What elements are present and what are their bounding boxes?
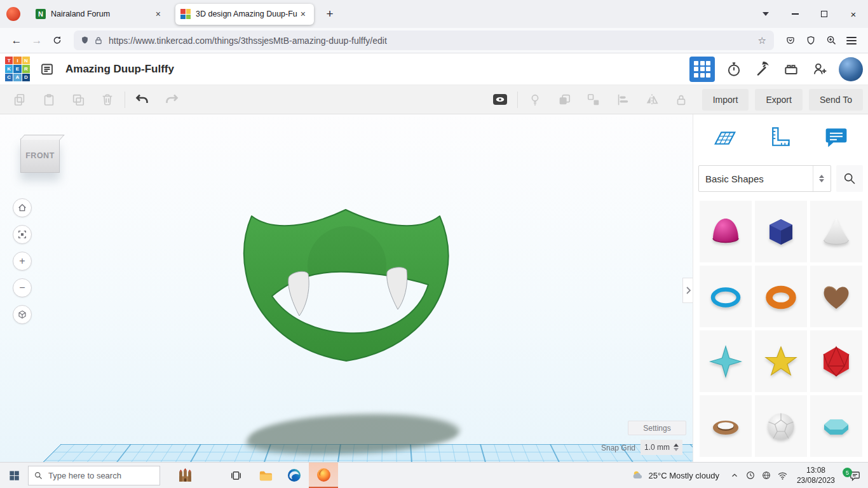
chevron-right-icon (686, 287, 691, 294)
paste-icon[interactable] (34, 88, 64, 111)
search-icon (34, 471, 43, 480)
avatar[interactable] (839, 57, 863, 81)
workplane-icon[interactable] (709, 122, 742, 152)
stopwatch-icon[interactable] (724, 60, 743, 79)
ruler-icon[interactable] (764, 122, 797, 152)
tinkercad-header: TIN KER CAD Amazing Duup-Fulffy (0, 53, 868, 85)
snap-grid-dropdown[interactable]: 1.0 mm (641, 440, 682, 455)
weather-widget[interactable]: 25°C Mostly cloudy (624, 463, 727, 488)
design-menu-icon[interactable] (37, 60, 57, 79)
mirror-icon[interactable] (637, 88, 667, 111)
align-icon[interactable] (608, 88, 637, 111)
browser-navbar: ← → https://www.tinkercad.com/things/3th… (0, 28, 868, 53)
perspective-button[interactable] (13, 305, 32, 324)
pocket-icon[interactable] (780, 31, 801, 50)
shape-tile-heart[interactable] (810, 266, 862, 327)
search-shapes-button[interactable] (836, 165, 863, 192)
shape-tile-torus-thin[interactable] (700, 266, 752, 327)
start-button[interactable] (0, 463, 28, 488)
design-object-mask[interactable] (240, 207, 451, 365)
pickaxe-icon[interactable] (753, 60, 772, 79)
tinkercad-favicon (180, 9, 191, 19)
home-view-button[interactable] (13, 198, 32, 217)
date-text: 23/08/2023 (797, 475, 835, 485)
file-explorer-icon[interactable] (250, 463, 280, 488)
windows-taskbar: 25°C Mostly cloudy 13:08 23/08/2023 5 (0, 462, 868, 488)
redo-icon[interactable] (157, 88, 186, 111)
duplicate-icon[interactable] (64, 88, 93, 111)
taskbar-clock[interactable]: 13:08 23/08/2023 (790, 465, 841, 485)
lightbulb-icon[interactable] (520, 88, 550, 111)
view-cube[interactable]: FRONT (20, 139, 60, 173)
delete-icon[interactable] (93, 88, 122, 111)
spinner-arrows-icon (674, 444, 679, 451)
shape-tile-dodecahedron[interactable] (755, 395, 807, 457)
castle-app-icon[interactable] (170, 463, 200, 488)
dashboard-tiles-button[interactable] (689, 57, 715, 82)
settings-button[interactable]: Settings (628, 421, 686, 435)
minimize-button[interactable] (780, 0, 810, 28)
zoom-in-button[interactable]: + (13, 252, 32, 271)
copy-icon[interactable] (5, 88, 34, 111)
zoom-out-button[interactable]: − (13, 278, 32, 297)
shape-category-select[interactable]: Basic Shapes (698, 165, 831, 192)
add-person-icon[interactable] (810, 60, 829, 79)
maximize-button[interactable] (810, 0, 839, 28)
edge-icon[interactable] (280, 463, 309, 488)
menu-icon[interactable] (841, 31, 862, 50)
action-center-button[interactable]: 5 (841, 463, 868, 488)
reload-button[interactable] (47, 31, 67, 50)
tray-clock-icon[interactable] (743, 463, 759, 488)
search-input[interactable] (48, 471, 154, 480)
new-tab-button[interactable]: + (320, 4, 339, 24)
shape-tile-polygon-prism[interactable] (755, 201, 807, 262)
bookmark-star-icon[interactable]: ☆ (757, 35, 768, 46)
forward-button[interactable]: → (27, 31, 47, 50)
notification-badge: 5 (843, 468, 852, 477)
tray-wifi-icon[interactable] (775, 463, 790, 488)
task-view-icon[interactable] (221, 463, 250, 488)
shape-tile-icosahedron[interactable] (810, 330, 862, 392)
notes-icon[interactable] (820, 122, 853, 152)
shape-tile-paraboloid[interactable] (700, 201, 752, 262)
tab-title: Nairaland Forum (51, 10, 153, 18)
tray-network-icon[interactable] (759, 463, 775, 488)
lock-tool-icon[interactable] (667, 88, 696, 111)
undo-icon[interactable] (128, 88, 157, 111)
back-button[interactable]: ← (6, 31, 27, 50)
weather-icon (632, 469, 644, 482)
tinkercad-toolbar: Import Export Send To (0, 85, 868, 114)
shape-tile-star[interactable] (755, 330, 807, 392)
fit-view-button[interactable] (13, 225, 32, 244)
browser-tab-bar: N Nairaland Forum × 3D design Amazing Du… (0, 0, 868, 28)
export-button[interactable]: Export (755, 89, 802, 111)
shape-tile-star-4[interactable] (700, 330, 752, 392)
shape-tile-torus[interactable] (755, 266, 807, 327)
tab-close-icon[interactable]: × (153, 8, 164, 20)
ungroup-icon[interactable] (579, 88, 608, 111)
chevron-up-icon[interactable] (727, 463, 743, 488)
firefox-icon[interactable] (309, 463, 338, 488)
shape-tile-ring[interactable] (700, 395, 752, 457)
shape-tile-cone[interactable] (810, 201, 862, 262)
zoom-icon[interactable] (821, 31, 841, 50)
tinkercad-logo[interactable]: TIN KER CAD (5, 57, 30, 81)
tab-tinkercad[interactable]: 3D design Amazing Duup-Fulff × (175, 4, 314, 25)
shape-tile-hexagon[interactable] (810, 395, 862, 457)
send-to-button[interactable]: Send To (809, 89, 863, 111)
tab-close-icon[interactable]: × (297, 8, 309, 20)
tab-nairaland[interactable]: N Nairaland Forum × (31, 4, 169, 25)
list-all-tabs-chevron[interactable] (751, 0, 780, 28)
inspect-icon[interactable] (485, 88, 515, 111)
import-button[interactable]: Import (702, 89, 749, 111)
viewport[interactable]: FRONT + − Settings Snap Grid 1.0 mm (0, 114, 693, 462)
taskbar-search[interactable] (28, 466, 160, 485)
fang-right (387, 268, 407, 309)
url-bar[interactable]: https://www.tinkercad.com/things/3thssje… (74, 30, 774, 50)
privacy-shield-icon[interactable] (801, 31, 821, 50)
group-icon[interactable] (550, 88, 579, 111)
brick-icon[interactable] (782, 60, 801, 79)
panel-collapse-handle[interactable] (682, 278, 693, 303)
shapes-panel: Basic Shapes (693, 114, 868, 462)
close-button[interactable]: × (839, 0, 868, 28)
